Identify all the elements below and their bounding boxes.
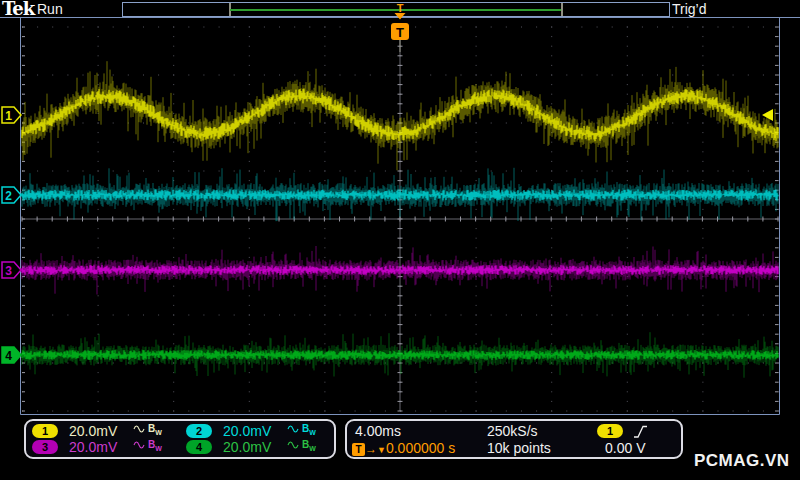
bandwidth-limit-icon: BW xyxy=(302,440,316,454)
ac-coupling-icon xyxy=(133,424,146,434)
triangle-down-icon: ▼ xyxy=(377,445,386,455)
waveform-ch1 xyxy=(22,61,778,170)
svg-text:3: 3 xyxy=(5,264,12,278)
channel-2-position-marker[interactable]: 2 xyxy=(2,187,21,203)
vertical-readouts-box: 1 20.0mV BW 2 20.0mV BW 3 20 xyxy=(24,419,336,459)
record-view-bar[interactable] xyxy=(122,2,670,17)
ch2-badge[interactable]: 2 xyxy=(186,424,212,438)
trigger-source-badge[interactable]: 1 xyxy=(597,424,623,438)
ac-coupling-icon xyxy=(133,440,146,450)
graticule xyxy=(22,27,779,411)
channel-3-position-marker[interactable]: 3 xyxy=(2,262,21,278)
svg-text:1: 1 xyxy=(5,109,12,123)
ch3-readout[interactable]: 3 20.0mV BW xyxy=(32,439,162,455)
trigger-level-marker[interactable] xyxy=(762,109,773,121)
svg-text:2: 2 xyxy=(5,189,12,203)
record-window-bracket-right[interactable] xyxy=(561,3,563,16)
waveform-ch2 xyxy=(22,168,778,221)
bandwidth-limit-icon: BW xyxy=(148,440,162,454)
ch1-readout[interactable]: 1 20.0mV BW xyxy=(32,423,162,439)
ch3-scale: 20.0mV xyxy=(69,439,129,455)
sample-rate-readout: 250kS/s xyxy=(487,423,538,439)
bandwidth-limit-icon: BW xyxy=(302,424,316,438)
waveform-ch4 xyxy=(22,332,778,378)
ch4-readout[interactable]: 4 20.0mV BW xyxy=(186,439,316,455)
svg-text:4: 4 xyxy=(5,349,12,363)
ch4-scale: 20.0mV xyxy=(223,439,283,455)
svg-text:T: T xyxy=(396,25,404,40)
trigger-t-icon: T xyxy=(352,443,365,456)
horizontal-trigger-readouts-box: 4.00ms 250kS/s 1 T→▼0.000000 s 10k point… xyxy=(345,419,683,459)
rising-edge-icon xyxy=(633,425,648,438)
trigger-level-readout[interactable]: 0.00 V xyxy=(605,440,645,456)
record-waveform-line xyxy=(230,9,562,11)
trigger-position-value: 0.000000 s xyxy=(386,440,455,456)
bottom-readout-bar: 1 20.0mV BW 2 20.0mV BW 3 20 xyxy=(0,419,800,463)
ac-coupling-icon xyxy=(287,424,300,434)
record-length-readout: 10k points xyxy=(487,440,551,456)
trigger-position-readout[interactable]: T→▼0.000000 s xyxy=(352,440,455,456)
channel-1-position-marker[interactable]: 1 xyxy=(2,107,21,123)
screen-frame xyxy=(0,18,800,415)
waveform-display-area: 1234TT xyxy=(0,0,800,480)
ch2-readout[interactable]: 2 20.0mV BW xyxy=(186,423,316,439)
watermark: PCMAG.VN xyxy=(694,451,790,471)
top-status-bar: Tek Run Trig’d xyxy=(0,0,800,18)
waveform-ch3 xyxy=(22,246,778,295)
ch2-scale: 20.0mV xyxy=(223,423,283,439)
acquisition-state: Run xyxy=(37,1,63,17)
oscilloscope-screen: Tek Run Trig’d 1234TT 1 20.0mV BW 2 xyxy=(0,0,800,480)
timebase-readout[interactable]: 4.00ms xyxy=(355,423,401,439)
trigger-status: Trig’d xyxy=(672,1,707,17)
ac-coupling-icon xyxy=(287,440,300,450)
ch1-badge[interactable]: 1 xyxy=(32,424,58,438)
ch3-badge[interactable]: 3 xyxy=(32,440,58,454)
bandwidth-limit-icon: BW xyxy=(148,424,162,438)
ch4-badge[interactable]: 4 xyxy=(186,440,212,454)
ch1-scale: 20.0mV xyxy=(69,423,129,439)
tek-logo: Tek xyxy=(2,0,34,19)
arrow-right-icon: → xyxy=(365,442,377,456)
channel-4-position-marker[interactable]: 4 xyxy=(2,347,21,363)
